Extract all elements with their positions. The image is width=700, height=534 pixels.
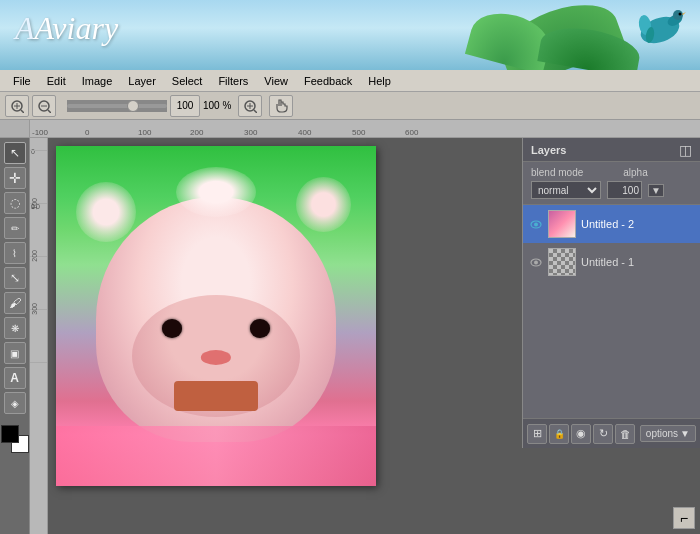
options-label: options	[646, 428, 678, 439]
tool-eyedropper[interactable]: ⌇	[4, 242, 26, 264]
menu-help[interactable]: Help	[360, 73, 399, 89]
logo-a: A	[15, 10, 35, 46]
layers-titlebar: Layers ◫	[523, 138, 700, 162]
zoom-value-display: 100	[170, 95, 200, 117]
ruler-mark-600: 600	[405, 128, 418, 137]
ruler-mark-300: 300	[244, 128, 257, 137]
layers-header-row: blend mode alpha	[531, 167, 692, 178]
tool-fill[interactable]: ▣	[4, 342, 26, 364]
header-bg: AAviary	[0, 0, 700, 70]
ruler-mark--100: -100	[32, 128, 48, 137]
options-chevron-icon: ▼	[680, 428, 690, 439]
layer-dup-btn[interactable]: ↻	[593, 424, 613, 444]
layers-bottom-bar: ⊞ 🔒 ◉ ↻ 🗑 options ▼	[523, 418, 700, 448]
hamster-body	[96, 197, 336, 442]
layers-controls-row: normal ▼	[531, 181, 692, 199]
fg-color[interactable]	[1, 425, 19, 443]
svg-point-18	[534, 222, 538, 226]
ruler-mark-100: 100	[138, 128, 151, 137]
svg-point-5	[679, 13, 682, 16]
alpha-label: alpha	[623, 167, 647, 178]
layer-2-eye-icon[interactable]	[529, 217, 543, 231]
nose	[201, 350, 231, 365]
layer-options-btn[interactable]: options ▼	[640, 425, 696, 442]
tool-transform[interactable]: ⤡	[4, 267, 26, 289]
canvas-bg	[56, 146, 376, 486]
layer-1-name: Untitled - 1	[581, 256, 694, 268]
menu-edit[interactable]: Edit	[39, 73, 74, 89]
zoom-in-btn[interactable]	[238, 95, 262, 117]
ruler-row: -100 0 100 200 300 400 500 600	[0, 120, 700, 138]
tool-move[interactable]: ✛	[4, 167, 26, 189]
tool-lasso[interactable]: ◌	[4, 192, 26, 214]
eye-left	[162, 319, 182, 337]
food-item	[174, 381, 258, 412]
menubar: File Edit Image Layer Select Filters Vie…	[0, 70, 700, 92]
work-section: -100 0 100 200 300 400 500 600 ↖ ✛ ◌	[0, 120, 700, 534]
bird-decoration	[610, 5, 690, 60]
menu-filters[interactable]: Filters	[210, 73, 256, 89]
ruler-mark-500: 500	[352, 128, 365, 137]
tool-brush[interactable]: 🖌	[4, 292, 26, 314]
layer-lock-btn[interactable]: 🔒	[549, 424, 569, 444]
ruler-corner	[0, 120, 30, 138]
layers-controls: blend mode alpha normal ▼	[523, 162, 700, 205]
tool-freehand[interactable]: ✏	[4, 217, 26, 239]
lrtext-300: 300	[31, 303, 38, 315]
face	[132, 295, 300, 417]
layer-merge-btn[interactable]: ◉	[571, 424, 591, 444]
lrtext-100: 100	[31, 198, 38, 210]
ruler-top: -100 0 100 200 300 400 500 600	[30, 120, 700, 138]
app: AAviary File Edi	[0, 0, 700, 534]
tool-select[interactable]: ↖	[4, 142, 26, 164]
bottom-strip	[56, 426, 376, 486]
lrtick-0	[30, 150, 47, 151]
layer-item-1[interactable]: Untitled - 1	[523, 243, 700, 281]
lrtext-200: 200	[31, 250, 38, 262]
toolbar-btn-1[interactable]	[5, 95, 29, 117]
fur-top	[176, 167, 256, 217]
blend-mode-select[interactable]: normal	[531, 181, 601, 199]
alpha-input[interactable]	[607, 181, 642, 199]
zoom-slider[interactable]	[67, 100, 167, 112]
ruler-mark-400: 400	[298, 128, 311, 137]
layers-list: Untitled - 2 Untitled - 1	[523, 205, 700, 281]
layer-2-thumb	[548, 210, 576, 238]
hand-tool-btn[interactable]	[269, 95, 293, 117]
alpha-dropdown[interactable]: ▼	[648, 184, 664, 197]
svg-line-7	[21, 110, 24, 113]
menu-layer[interactable]: Layer	[120, 73, 164, 89]
menu-select[interactable]: Select	[164, 73, 211, 89]
lrtick-400	[30, 362, 47, 363]
left-tools-and-ruler: ↖ ✛ ◌ ✏ ⌇ ⤡ 🖌 ❋ ▣ A ◈	[0, 138, 30, 534]
tool-clone[interactable]: ❋	[4, 317, 26, 339]
toolbar: 100 100 %	[0, 92, 700, 120]
svg-line-11	[48, 110, 51, 113]
zoom-percent: 100 %	[203, 100, 231, 111]
tool-effect[interactable]: ◈	[4, 392, 26, 414]
fur-left	[76, 182, 136, 242]
fur-right	[296, 177, 351, 232]
logo: AAviary	[15, 10, 118, 47]
ruler-mark-200: 200	[190, 128, 203, 137]
layers-panel: Layers ◫ blend mode alpha normal	[522, 138, 700, 448]
header-decoration	[400, 0, 700, 70]
tool-text[interactable]: A	[4, 367, 26, 389]
zoom-slider-container	[67, 100, 167, 112]
layer-item-2[interactable]: Untitled - 2	[523, 205, 700, 243]
layer-delete-btn[interactable]: 🗑	[615, 424, 635, 444]
menu-feedback[interactable]: Feedback	[296, 73, 360, 89]
layer-new-btn[interactable]: ⊞	[527, 424, 547, 444]
menu-file[interactable]: File	[5, 73, 39, 89]
canvas-area[interactable]: Layers ◫ blend mode alpha normal	[48, 138, 700, 534]
layers-close-btn[interactable]: ◫	[679, 142, 692, 158]
ruler-mark-0: 0	[85, 128, 89, 137]
logo-text: Aviary	[35, 10, 119, 46]
svg-point-4	[673, 10, 683, 20]
menu-view[interactable]: View	[256, 73, 296, 89]
menu-image[interactable]: Image	[74, 73, 121, 89]
color-selector[interactable]	[1, 425, 29, 453]
page-corner-btn[interactable]: ⌐	[673, 507, 695, 529]
toolbar-btn-2[interactable]	[32, 95, 56, 117]
layer-1-eye-icon[interactable]	[529, 255, 543, 269]
